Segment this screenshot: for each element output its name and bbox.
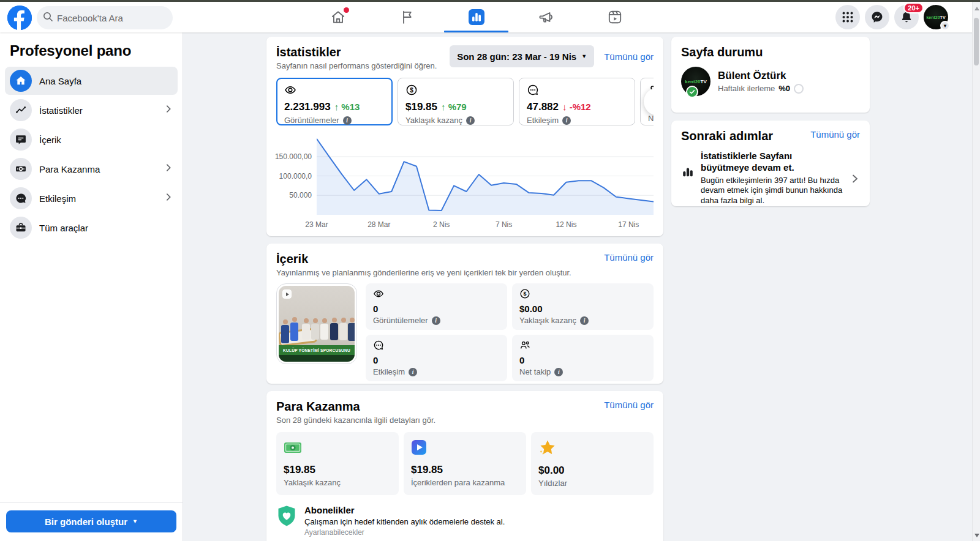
line-chart-svg [317, 135, 654, 215]
see-all-monetization-link[interactable]: Tümünü gör [604, 400, 654, 410]
date-range-selector[interactable]: Son 28 gün: 23 Mar - 19 Nis▼ [450, 45, 594, 67]
create-post-button[interactable]: Bir gönderi oluştur▼ [6, 510, 176, 532]
stat-cards-row: 2.231.993↑ %13 Görüntülemeleri $ $19.85↑… [276, 78, 654, 125]
reels-icon [607, 9, 623, 25]
profile-avatar[interactable]: kent20TV ▼ [924, 5, 948, 29]
notifications-button[interactable]: 20+ [894, 5, 919, 29]
chart-y-axis: 150.000,00100.000,050.000 [276, 135, 317, 215]
page-status-card: Sayfa durumu kent20TV Bülent Öztürk Haft… [671, 37, 870, 113]
info-icon[interactable]: i [562, 116, 571, 125]
content-tile-earnings[interactable]: $ $0.00 Yaklaşık kazançi [512, 283, 654, 330]
eye-icon [373, 288, 384, 299]
monetization-tile-earnings[interactable]: $19.85 Yaklaşık kazanç [276, 432, 399, 495]
chevron-right-icon [653, 97, 654, 106]
dollar-icon: $ [519, 288, 530, 299]
content-tile-net-follows[interactable]: 0 Net takipi [512, 335, 654, 381]
x-axis-label: 7 Nis [496, 220, 512, 229]
monetization-tile-content[interactable]: $19.85 İçeriklerden para kazanma [404, 432, 526, 495]
window-top-edge [0, 0, 980, 2]
content-tile-engagement[interactable]: 0 Etkileşimi [366, 335, 507, 381]
reels-badge-icon [282, 289, 292, 299]
sidebar-item-home[interactable]: Ana Sayfa [5, 67, 178, 95]
section-title: Para Kazanma [276, 400, 435, 414]
sidebar: Profesyonel pano Ana Sayfa İstatistikler [0, 32, 183, 541]
tab-home[interactable] [303, 2, 372, 32]
post-thumbnail[interactable]: KULÜP YÖNETİMİ SPORCUSUNU [276, 283, 357, 364]
y-axis-label: 100.000,0 [279, 172, 312, 181]
content-stat-tiles: 0 Görüntülemeleri $ $0.00 Yaklaşık kazan… [366, 283, 654, 381]
facebook-professional-dashboard: 20+ kent20TV ▼ Profesyonel pano Ana Sayf… [0, 0, 980, 541]
info-icon[interactable]: i [466, 116, 475, 125]
create-post-container: Bir gönderi oluştur▼ [0, 502, 183, 541]
sidebar-item-monetization[interactable]: Para Kazanma [5, 155, 178, 183]
trend-up: ↑ %79 [441, 102, 467, 112]
comment-icon [373, 340, 384, 351]
info-icon[interactable]: i [343, 116, 352, 125]
monetization-tile-stars[interactable]: $0.00 Yıldızlar [531, 432, 654, 495]
scroll-down-arrow-icon[interactable] [974, 534, 979, 537]
topbar-actions: 20+ kent20TV ▼ [835, 5, 948, 29]
page-avatar[interactable]: kent20TV [681, 67, 710, 96]
scrollbar-thumb[interactable] [974, 18, 979, 65]
tab-ads[interactable] [511, 2, 580, 32]
stat-card-earnings[interactable]: $ $19.85↑ %79 Yaklaşık kazançi [398, 78, 514, 125]
y-axis-label: 50.000 [289, 191, 312, 200]
info-icon[interactable]: i [432, 316, 440, 325]
info-icon[interactable]: i [554, 368, 563, 376]
see-all-next-steps-link[interactable]: Tümünü gör [810, 129, 860, 140]
star-icon [538, 439, 556, 456]
search-bar[interactable] [37, 6, 173, 29]
monetization-tiles: $19.85 Yaklaşık kazanç $19.85 İçeriklerd… [276, 432, 654, 495]
content-card: İçerik Yayınlanmış ve planlanmış gönderi… [266, 244, 663, 384]
x-axis-label: 12 Nis [556, 220, 576, 229]
sidebar-item-all-tools[interactable]: Tüm araçlar [5, 214, 178, 242]
svg-text:$: $ [523, 291, 526, 297]
tab-pages[interactable] [372, 2, 442, 32]
stat-card-engagement[interactable]: 47.882↓ -%12 Etkileşimi [519, 78, 635, 125]
content-tile-views[interactable]: 0 Görüntülemeleri [366, 283, 507, 330]
caret-down-icon: ▼ [581, 53, 587, 59]
cash-icon [284, 439, 302, 455]
home-notification-dot [344, 7, 349, 13]
caret-down-icon: ▼ [132, 518, 138, 524]
section-subtitle: Son 28 gündeki kazancınla ilgili detayla… [276, 416, 435, 425]
info-icon[interactable]: i [580, 316, 589, 325]
see-all-insights-link[interactable]: Tümünü gör [604, 51, 654, 62]
sidebar-item-content[interactable]: İçerik [5, 125, 178, 154]
section-title: Sayfa durumu [681, 45, 860, 59]
views-line-chart: 150.000,00100.000,050.000 [276, 135, 654, 215]
briefcase-icon [10, 217, 32, 239]
subscriptions-status: Ayarlanabilecekler [304, 528, 505, 537]
page-title: Profesyonel pano [10, 42, 173, 59]
page-scrollbar[interactable] [972, 2, 980, 541]
sidebar-item-engagement[interactable]: Etkileşim [5, 184, 178, 212]
tab-insights[interactable] [442, 2, 511, 32]
search-icon [43, 12, 53, 24]
facebook-logo[interactable] [7, 6, 32, 30]
apps-menu-button[interactable] [835, 5, 860, 29]
stat-card-views[interactable]: 2.231.993↑ %13 Görüntülemeleri [276, 78, 393, 125]
see-all-content-link[interactable]: Tümünü gör [604, 252, 654, 263]
subscriptions-shield-icon [276, 505, 297, 527]
scroll-up-arrow-icon[interactable] [974, 7, 979, 10]
info-icon[interactable]: i [409, 368, 417, 376]
messenger-button[interactable] [865, 5, 889, 29]
x-axis-label: 17 Nis [618, 220, 639, 229]
verified-check-icon [686, 86, 698, 98]
chevron-right-icon [164, 163, 173, 174]
section-title: İçerik [276, 252, 571, 266]
topbar: 20+ kent20TV ▼ [0, 2, 980, 32]
main-nav-tabs [303, 2, 649, 32]
next-step-item[interactable]: İstatistiklerle Sayfanı büyütmeye devam … [681, 151, 860, 206]
chart-x-axis: 23 Mar28 Mar2 Nis7 Nis12 Nis17 Nis [317, 215, 654, 231]
search-input[interactable] [57, 13, 167, 23]
trend-down: ↓ -%12 [562, 102, 591, 112]
insights-trend-icon [10, 99, 32, 121]
sidebar-item-insights[interactable]: İstatistikler [5, 96, 178, 124]
account-chevron-icon: ▼ [940, 21, 950, 31]
tab-video[interactable] [580, 2, 649, 32]
bar-chart-icon [681, 165, 695, 179]
subscriptions-row[interactable]: Abonelikler Çalışman için hedef kitlende… [276, 505, 654, 537]
section-title: Sonraki adımlar [681, 129, 773, 143]
chevron-right-icon [164, 105, 173, 116]
